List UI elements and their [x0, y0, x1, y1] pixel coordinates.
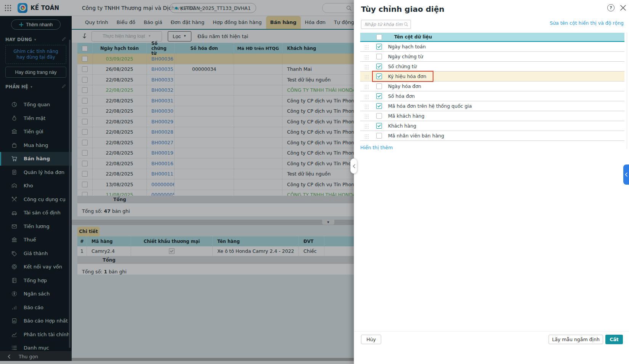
chevron-left-icon — [625, 172, 627, 177]
cancel-button[interactable]: Hủy — [361, 335, 381, 344]
help-icon[interactable]: ? — [607, 4, 615, 11]
column-checkbox[interactable] — [376, 93, 382, 99]
save-button[interactable]: Cất — [605, 335, 623, 344]
drag-handle-icon[interactable] — [364, 94, 369, 99]
column-search — [361, 20, 411, 29]
drag-handle-icon[interactable] — [364, 54, 369, 59]
drag-handle-icon[interactable] — [364, 44, 369, 49]
footer-divider — [354, 331, 629, 332]
column-option-label: Ngày hóa đơn — [388, 83, 421, 89]
column-checkbox[interactable] — [376, 103, 382, 109]
close-icon[interactable] — [620, 5, 626, 11]
column-option-row[interactable]: Số chứng từ — [360, 62, 624, 72]
column-checkbox[interactable] — [376, 113, 382, 119]
column-option-row[interactable]: Mã khách hàng — [360, 111, 624, 121]
customize-panel: Tùy chỉnh giao diện ? Sửa tên cột hiển t… — [354, 0, 629, 364]
app-screen: KẾ TOÁN Công ty TNHH Thương mại và Dịch … — [0, 0, 629, 364]
column-list-header: Tên cột dữ liệu — [360, 33, 624, 42]
select-all-columns-checkbox[interactable] — [376, 34, 382, 40]
search-icon — [404, 22, 408, 27]
column-option-label: Ngày chứng từ — [388, 54, 423, 59]
column-option-label: Mã hóa đơn trên hệ thống quốc gia — [388, 103, 472, 109]
edit-columns-link[interactable]: Sửa tên cột hiển thị và độ rộng — [550, 20, 624, 26]
column-option-label: Mã khách hàng — [388, 113, 424, 119]
column-option-row[interactable]: Mã nhân viên bán hàng — [360, 131, 624, 141]
column-option-row[interactable]: Ngày chứng từ — [360, 52, 624, 62]
column-option-row[interactable]: Mã hóa đơn trên hệ thống quốc gia — [360, 101, 624, 111]
column-checkbox[interactable] — [376, 83, 382, 89]
column-option-label: Ngày hạch toán — [388, 44, 426, 49]
column-checkbox[interactable] — [376, 54, 382, 59]
column-list-header-label: Tên cột dữ liệu — [394, 34, 432, 40]
column-checkbox[interactable] — [376, 44, 382, 49]
docked-panel-tab[interactable] — [623, 164, 629, 185]
drag-handle-icon[interactable] — [364, 133, 369, 138]
column-checkbox[interactable] — [376, 133, 382, 139]
column-option-row[interactable]: Ngày hóa đơn — [360, 81, 624, 91]
panel-scrollbar-track — [627, 33, 627, 149]
column-option-label: Mã nhân viên bán hàng — [388, 133, 444, 139]
drag-handle-icon[interactable] — [364, 104, 369, 109]
drag-handle-icon[interactable] — [364, 123, 369, 128]
column-option-row[interactable]: Khách hàng — [360, 121, 624, 131]
column-checkbox[interactable] — [376, 64, 382, 69]
column-option-label: Số chứng từ — [388, 64, 417, 69]
show-more-link[interactable]: Hiển thị thêm — [360, 145, 393, 150]
default-template-button[interactable]: Lấy mẫu ngầm định — [549, 335, 603, 344]
column-option-row[interactable]: Số hóa đơn — [360, 91, 624, 101]
column-option-row[interactable]: Ngày hạch toán — [360, 42, 624, 52]
chevron-left-icon — [353, 164, 355, 168]
drag-handle-icon[interactable] — [364, 74, 369, 79]
panel-title: Tùy chỉnh giao diện — [361, 5, 444, 14]
column-option-label: Khách hàng — [388, 123, 416, 129]
panel-collapse-handle[interactable] — [350, 158, 357, 174]
highlight-rectangle — [372, 71, 433, 82]
drag-handle-icon[interactable] — [364, 64, 369, 69]
drag-handle-icon[interactable] — [364, 113, 369, 118]
column-option-label: Số hóa đơn — [388, 93, 415, 99]
column-search-input[interactable] — [364, 21, 404, 27]
column-checkbox[interactable] — [376, 123, 382, 129]
drag-handle-icon[interactable] — [364, 84, 369, 89]
